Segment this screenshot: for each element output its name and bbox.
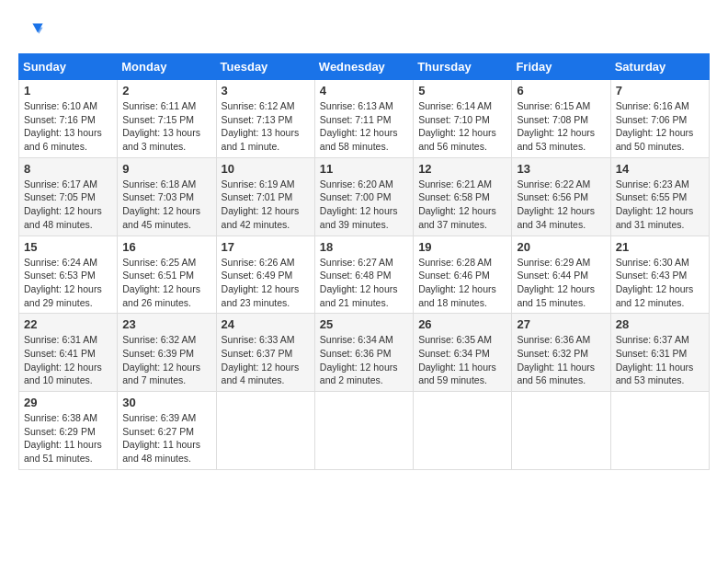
day-number: 2	[122, 84, 210, 98]
day-number: 4	[320, 84, 408, 98]
calendar-cell	[314, 392, 413, 470]
day-content: Sunrise: 6:38 AM Sunset: 6:29 PM Dayligh…	[24, 411, 112, 465]
day-number: 20	[517, 240, 605, 254]
calendar-cell: 12 Sunrise: 6:21 AM Sunset: 6:58 PM Dayl…	[414, 157, 512, 236]
weekday-header-saturday: Saturday	[610, 54, 709, 80]
calendar-cell: 23 Sunrise: 6:32 AM Sunset: 6:39 PM Dayl…	[118, 314, 216, 392]
calendar-week-1: 1 Sunrise: 6:10 AM Sunset: 7:16 PM Dayli…	[19, 80, 710, 158]
day-number: 16	[122, 240, 210, 254]
day-content: Sunrise: 6:10 AM Sunset: 7:16 PM Dayligh…	[24, 99, 112, 154]
day-content: Sunrise: 6:33 AM Sunset: 6:37 PM Dayligh…	[222, 333, 310, 387]
day-number: 6	[517, 84, 605, 98]
calendar-week-5: 29 Sunrise: 6:38 AM Sunset: 6:29 PM Dayl…	[19, 392, 710, 470]
day-number: 29	[24, 396, 112, 409]
day-content: Sunrise: 6:26 AM Sunset: 6:49 PM Dayligh…	[222, 256, 310, 310]
calendar-cell: 4 Sunrise: 6:13 AM Sunset: 7:11 PM Dayli…	[314, 80, 413, 158]
calendar-cell: 15 Sunrise: 6:24 AM Sunset: 6:53 PM Dayl…	[19, 236, 118, 314]
calendar-cell: 21 Sunrise: 6:30 AM Sunset: 6:43 PM Dayl…	[610, 236, 709, 314]
day-content: Sunrise: 6:27 AM Sunset: 6:48 PM Dayligh…	[320, 256, 408, 310]
day-content: Sunrise: 6:18 AM Sunset: 7:03 PM Dayligh…	[122, 178, 210, 232]
day-content: Sunrise: 6:23 AM Sunset: 6:55 PM Dayligh…	[616, 178, 704, 232]
day-number: 24	[222, 317, 310, 331]
day-content: Sunrise: 6:24 AM Sunset: 6:53 PM Dayligh…	[24, 256, 112, 310]
calendar-cell: 28 Sunrise: 6:37 AM Sunset: 6:31 PM Dayl…	[610, 314, 709, 392]
day-number: 26	[418, 317, 506, 331]
day-number: 21	[616, 240, 704, 254]
day-number: 9	[122, 162, 210, 176]
calendar-cell: 13 Sunrise: 6:22 AM Sunset: 6:56 PM Dayl…	[512, 157, 610, 236]
calendar-week-3: 15 Sunrise: 6:24 AM Sunset: 6:53 PM Dayl…	[19, 236, 710, 314]
calendar-cell: 14 Sunrise: 6:23 AM Sunset: 6:55 PM Dayl…	[610, 157, 709, 236]
day-number: 1	[24, 84, 112, 98]
logo-icon	[18, 18, 44, 44]
day-number: 23	[122, 317, 210, 331]
weekday-header-monday: Monday	[118, 54, 216, 80]
calendar-cell: 22 Sunrise: 6:31 AM Sunset: 6:41 PM Dayl…	[19, 314, 118, 392]
day-number: 13	[517, 162, 605, 176]
day-content: Sunrise: 6:28 AM Sunset: 6:46 PM Dayligh…	[418, 256, 506, 310]
calendar-cell	[512, 392, 610, 470]
calendar-cell: 30 Sunrise: 6:39 AM Sunset: 6:27 PM Dayl…	[118, 392, 216, 470]
day-content: Sunrise: 6:16 AM Sunset: 7:06 PM Dayligh…	[616, 99, 704, 154]
day-content: Sunrise: 6:11 AM Sunset: 7:15 PM Dayligh…	[122, 99, 210, 154]
day-number: 30	[122, 396, 210, 409]
day-content: Sunrise: 6:13 AM Sunset: 7:11 PM Dayligh…	[320, 99, 408, 154]
calendar-week-2: 8 Sunrise: 6:17 AM Sunset: 7:05 PM Dayli…	[19, 157, 710, 236]
day-number: 28	[616, 317, 704, 331]
day-content: Sunrise: 6:35 AM Sunset: 6:34 PM Dayligh…	[418, 333, 506, 387]
calendar-cell	[414, 392, 512, 470]
day-number: 12	[418, 162, 506, 176]
calendar-cell: 25 Sunrise: 6:34 AM Sunset: 6:36 PM Dayl…	[314, 314, 413, 392]
logo	[18, 18, 48, 44]
calendar-cell: 29 Sunrise: 6:38 AM Sunset: 6:29 PM Dayl…	[19, 392, 118, 470]
weekday-header-friday: Friday	[512, 54, 610, 80]
day-content: Sunrise: 6:12 AM Sunset: 7:13 PM Dayligh…	[222, 99, 310, 154]
calendar-cell	[216, 392, 314, 470]
day-number: 19	[418, 240, 506, 254]
day-content: Sunrise: 6:30 AM Sunset: 6:43 PM Dayligh…	[616, 256, 704, 310]
calendar-cell: 9 Sunrise: 6:18 AM Sunset: 7:03 PM Dayli…	[118, 157, 216, 236]
calendar-cell: 3 Sunrise: 6:12 AM Sunset: 7:13 PM Dayli…	[216, 80, 314, 158]
day-number: 14	[616, 162, 704, 176]
day-content: Sunrise: 6:17 AM Sunset: 7:05 PM Dayligh…	[24, 178, 112, 232]
page-header	[18, 18, 710, 44]
calendar-cell: 27 Sunrise: 6:36 AM Sunset: 6:32 PM Dayl…	[512, 314, 610, 392]
day-number: 10	[222, 162, 310, 176]
calendar-cell: 2 Sunrise: 6:11 AM Sunset: 7:15 PM Dayli…	[118, 80, 216, 158]
day-number: 3	[222, 84, 310, 98]
calendar-cell: 6 Sunrise: 6:15 AM Sunset: 7:08 PM Dayli…	[512, 80, 610, 158]
calendar-cell	[610, 392, 709, 470]
calendar-cell: 20 Sunrise: 6:29 AM Sunset: 6:44 PM Dayl…	[512, 236, 610, 314]
day-content: Sunrise: 6:21 AM Sunset: 6:58 PM Dayligh…	[418, 178, 506, 232]
day-content: Sunrise: 6:32 AM Sunset: 6:39 PM Dayligh…	[122, 333, 210, 387]
day-content: Sunrise: 6:34 AM Sunset: 6:36 PM Dayligh…	[320, 333, 408, 387]
calendar-cell: 7 Sunrise: 6:16 AM Sunset: 7:06 PM Dayli…	[610, 80, 709, 158]
calendar-week-4: 22 Sunrise: 6:31 AM Sunset: 6:41 PM Dayl…	[19, 314, 710, 392]
calendar-cell: 8 Sunrise: 6:17 AM Sunset: 7:05 PM Dayli…	[19, 157, 118, 236]
day-number: 11	[320, 162, 408, 176]
calendar-cell: 10 Sunrise: 6:19 AM Sunset: 7:01 PM Dayl…	[216, 157, 314, 236]
day-content: Sunrise: 6:29 AM Sunset: 6:44 PM Dayligh…	[517, 256, 605, 310]
weekday-header-row: SundayMondayTuesdayWednesdayThursdayFrid…	[19, 54, 710, 80]
day-content: Sunrise: 6:39 AM Sunset: 6:27 PM Dayligh…	[122, 411, 210, 465]
weekday-header-sunday: Sunday	[19, 54, 118, 80]
day-number: 22	[24, 317, 112, 331]
day-number: 18	[320, 240, 408, 254]
weekday-header-thursday: Thursday	[414, 54, 512, 80]
day-content: Sunrise: 6:19 AM Sunset: 7:01 PM Dayligh…	[222, 178, 310, 232]
calendar-cell: 18 Sunrise: 6:27 AM Sunset: 6:48 PM Dayl…	[314, 236, 413, 314]
day-number: 25	[320, 317, 408, 331]
calendar-cell: 11 Sunrise: 6:20 AM Sunset: 7:00 PM Dayl…	[314, 157, 413, 236]
day-number: 7	[616, 84, 704, 98]
day-content: Sunrise: 6:15 AM Sunset: 7:08 PM Dayligh…	[517, 99, 605, 154]
calendar-cell: 5 Sunrise: 6:14 AM Sunset: 7:10 PM Dayli…	[414, 80, 512, 158]
day-content: Sunrise: 6:25 AM Sunset: 6:51 PM Dayligh…	[122, 256, 210, 310]
weekday-header-tuesday: Tuesday	[216, 54, 314, 80]
calendar-cell: 1 Sunrise: 6:10 AM Sunset: 7:16 PM Dayli…	[19, 80, 118, 158]
weekday-header-wednesday: Wednesday	[314, 54, 413, 80]
day-number: 15	[24, 240, 112, 254]
day-number: 27	[517, 317, 605, 331]
calendar-table: SundayMondayTuesdayWednesdayThursdayFrid…	[18, 53, 710, 470]
day-number: 5	[418, 84, 506, 98]
svg-marker-1	[35, 28, 42, 34]
